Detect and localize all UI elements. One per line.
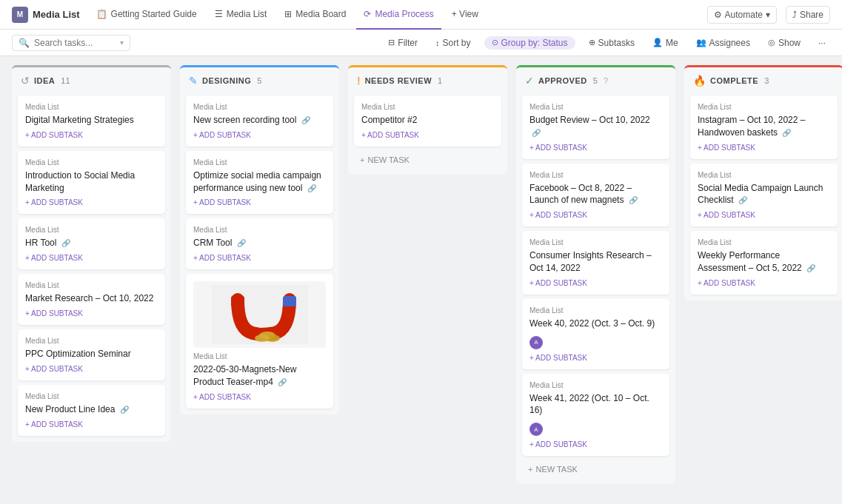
- approved-help-icon: ?: [604, 76, 608, 85]
- automate-button[interactable]: ⚙ Automate ▾: [707, 6, 777, 24]
- search-input[interactable]: [34, 38, 116, 48]
- media-list-icon: ☰: [215, 9, 223, 19]
- column-review-body: Media List Competitor #2 + ADD SUBTASK +…: [348, 93, 507, 175]
- group-icon: ⊙: [492, 38, 498, 47]
- add-subtask-optimize[interactable]: + ADD SUBTASK: [193, 198, 326, 206]
- card-week40[interactable]: Media List Week 40, 2022 (Oct. 3 – Oct. …: [522, 299, 669, 369]
- tab-media-list[interactable]: ☰ Media List: [207, 0, 275, 30]
- show-icon: ◎: [768, 38, 775, 47]
- app-logo: M Media List: [12, 7, 80, 23]
- app-title: Media List: [33, 9, 80, 20]
- add-subtask-week41[interactable]: + ADD SUBTASK: [529, 440, 662, 448]
- avatar-week40: A: [529, 336, 543, 349]
- svg-rect-2: [283, 296, 296, 306]
- tab-add-view[interactable]: + View: [444, 0, 486, 30]
- card-new-product-line[interactable]: Media List New Product Line Idea 🔗 + ADD…: [18, 385, 165, 436]
- card-campaign-launch[interactable]: Media List Social Media Campaign Launch …: [690, 164, 838, 227]
- column-designing-body: Media List New screen recording tool 🔗 +…: [180, 93, 339, 414]
- filter-button[interactable]: ⊟ Filter: [384, 36, 422, 50]
- card-optimize-social[interactable]: Media List Optimize social media campaig…: [186, 151, 333, 215]
- toolbar: 🔍 ▾ ⊟ Filter ↕ Sort by ⊙ Group by: Statu…: [0, 30, 842, 56]
- card-screen-recording[interactable]: Media List New screen recording tool 🔗 +…: [186, 95, 333, 147]
- card-digital-marketing[interactable]: Media List Digital Marketing Strategies …: [18, 95, 165, 147]
- add-subtask-week40[interactable]: + ADD SUBTASK: [529, 354, 662, 362]
- plus-icon: +: [360, 155, 364, 164]
- card-consumer-insights[interactable]: Media List Consumer Insights Research – …: [522, 231, 669, 295]
- card-magnets-teaser[interactable]: Media List 2022-05-30-Magnets-New Produc…: [186, 274, 333, 409]
- new-task-approved[interactable]: + NEW TASK: [522, 460, 669, 478]
- tab-media-process[interactable]: ⟳ Media Process: [356, 0, 441, 30]
- card-week41[interactable]: Media List Week 41, 2022 (Oct. 10 – Oct.…: [522, 374, 669, 457]
- add-subtask-digital[interactable]: + ADD SUBTASK: [25, 131, 158, 139]
- nav-right-actions: ⚙ Automate ▾ ⤴ Share: [707, 6, 830, 24]
- sort-button[interactable]: ↕ Sort by: [431, 36, 475, 50]
- more-icon: ···: [818, 38, 826, 48]
- add-subtask-campaign[interactable]: + ADD SUBTASK: [698, 211, 830, 219]
- approved-status-icon: ✓: [525, 75, 534, 87]
- svg-point-5: [255, 335, 270, 342]
- card-weekly-performance[interactable]: Media List Weekly Performance Assessment…: [690, 231, 838, 295]
- card-hr-tool[interactable]: Media List HR Tool 🔗 + ADD SUBTASK: [18, 218, 165, 269]
- search-box[interactable]: 🔍 ▾: [12, 35, 130, 51]
- assignees-icon: 👥: [696, 38, 706, 47]
- add-subtask-social-intro[interactable]: + ADD SUBTASK: [25, 198, 158, 206]
- card-social-media-intro[interactable]: Media List Introduction to Social Media …: [18, 151, 165, 215]
- more-options-button[interactable]: ···: [814, 36, 830, 50]
- column-idea-header: ↺ IDEA 11: [12, 65, 171, 93]
- tab-getting-started[interactable]: 📋 Getting Started Guide: [89, 0, 204, 30]
- toolbar-right: ⊟ Filter ↕ Sort by ⊙ Group by: Status ⊕ …: [384, 36, 830, 50]
- add-subtask-facebook[interactable]: + ADD SUBTASK: [529, 211, 662, 219]
- assignees-button[interactable]: 👥 Assignees: [692, 36, 755, 50]
- plus-icon-approved: +: [528, 465, 532, 474]
- column-designing: ✎ DESIGNING 5 Media List New screen reco…: [180, 65, 339, 414]
- share-button[interactable]: ⤴ Share: [786, 6, 830, 24]
- subtasks-button[interactable]: ⊕ Subtasks: [584, 36, 639, 50]
- me-icon: 👤: [652, 38, 663, 47]
- me-button[interactable]: 👤 Me: [648, 36, 683, 50]
- getting-started-icon: 📋: [96, 9, 107, 19]
- add-subtask-product-line[interactable]: + ADD SUBTASK: [25, 420, 158, 429]
- add-subtask-hr[interactable]: + ADD SUBTASK: [25, 254, 158, 262]
- add-subtask-screen[interactable]: + ADD SUBTASK: [193, 131, 326, 139]
- group-by-button[interactable]: ⊙ Group by: Status: [484, 36, 575, 50]
- card-budget-review[interactable]: Media List Budget Review – Oct 10, 2022 …: [522, 95, 669, 159]
- add-subtask-ppc[interactable]: + ADD SUBTASK: [25, 365, 158, 373]
- card-competitor[interactable]: Media List Competitor #2 + ADD SUBTASK: [354, 95, 501, 147]
- automate-icon: ⚙: [714, 10, 722, 20]
- logo-icon: M: [12, 7, 28, 23]
- sort-icon: ↕: [435, 38, 440, 47]
- column-approved-header: ✓ APPROVED 5 ?: [516, 65, 675, 93]
- column-idea: ↺ IDEA 11 Media List Digital Marketing S…: [12, 65, 171, 442]
- card-market-research[interactable]: Media List Market Research – Oct 10, 202…: [18, 274, 165, 325]
- column-needs-review: ! NEEDS REVIEW 1 Media List Competitor #…: [348, 65, 507, 175]
- share-icon: ⤴: [792, 10, 797, 20]
- filter-icon: ⊟: [388, 38, 395, 47]
- media-board-icon: ⊞: [284, 9, 292, 19]
- add-subtask-budget[interactable]: + ADD SUBTASK: [529, 144, 662, 152]
- card-crm-tool[interactable]: Media List CRM Tool 🔗 + ADD SUBTASK: [186, 218, 333, 269]
- review-status-icon: !: [357, 75, 361, 87]
- add-subtask-competitor[interactable]: + ADD SUBTASK: [361, 131, 494, 139]
- add-subtask-crm[interactable]: + ADD SUBTASK: [193, 254, 326, 262]
- designing-status-icon: ✎: [189, 75, 198, 87]
- card-ppc-seminar[interactable]: Media List PPC Optimization Seminar + AD…: [18, 329, 165, 380]
- show-button[interactable]: ◎ Show: [764, 36, 805, 50]
- column-designing-header: ✎ DESIGNING 5: [180, 65, 339, 93]
- card-instagram-oct10[interactable]: Media List Instagram – Oct 10, 2022 – Ha…: [690, 95, 838, 159]
- add-subtask-market[interactable]: + ADD SUBTASK: [25, 309, 158, 317]
- add-subtask-magnets[interactable]: + ADD SUBTASK: [193, 393, 326, 401]
- kanban-board: ↺ IDEA 11 Media List Digital Marketing S…: [0, 56, 842, 504]
- column-complete-header: 🔥 COMPLETE 3: [684, 65, 842, 93]
- add-subtask-consumer[interactable]: + ADD SUBTASK: [529, 279, 662, 287]
- column-approved: ✓ APPROVED 5 ? Media List Budget Review …: [516, 65, 675, 484]
- add-subtask-instagram[interactable]: + ADD SUBTASK: [698, 144, 830, 152]
- column-review-header: ! NEEDS REVIEW 1: [348, 65, 507, 93]
- magnet-image: [193, 281, 326, 348]
- column-complete: 🔥 COMPLETE 3 Media List Instagram – Oct …: [684, 65, 842, 300]
- tab-media-board[interactable]: ⊞ Media Board: [277, 0, 353, 30]
- svg-rect-1: [231, 296, 244, 306]
- card-facebook-oct8[interactable]: Media List Facebook – Oct 8, 2022 – Laun…: [522, 164, 669, 227]
- column-idea-body: Media List Digital Marketing Strategies …: [12, 93, 171, 442]
- add-subtask-weekly[interactable]: + ADD SUBTASK: [698, 279, 830, 287]
- new-task-review[interactable]: + NEW TASK: [354, 151, 501, 169]
